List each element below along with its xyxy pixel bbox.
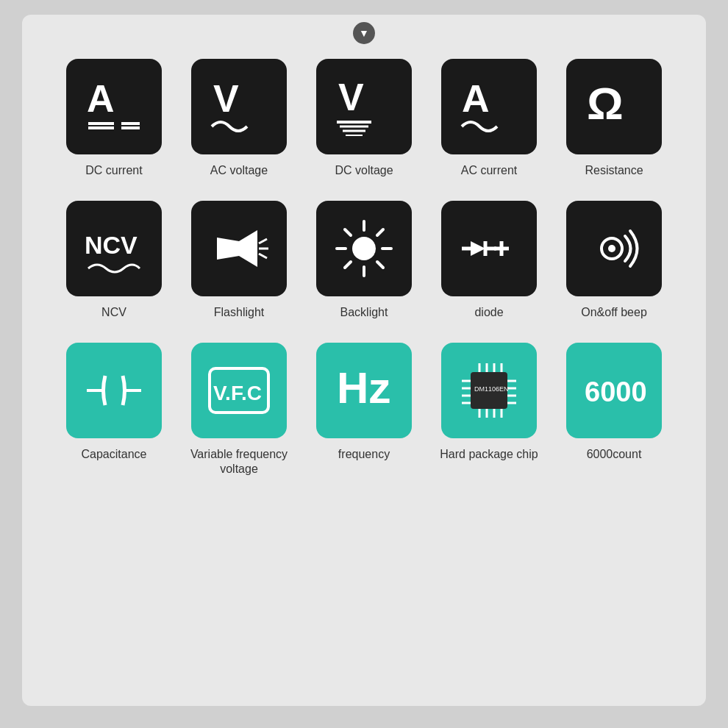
flashlight-label: Flashlight (214, 305, 264, 321)
list-item: Capacitance (59, 343, 169, 478)
vfc-icon-box: V.F.C (191, 343, 287, 438)
svg-text:A: A (87, 77, 115, 120)
count-label: 6000count (587, 447, 642, 463)
capacitance-icon-box (66, 343, 162, 438)
backlight-icon-box (316, 201, 412, 296)
list-item: V AC voltage (184, 59, 294, 179)
resistance-icon: Ω (581, 74, 647, 140)
beep-label: On&off beep (581, 305, 647, 321)
ac-voltage-icon: V (206, 74, 272, 140)
svg-point-19 (352, 237, 376, 260)
dc-current-label: DC current (85, 163, 142, 179)
svg-marker-14 (217, 238, 239, 260)
ac-current-label: AC current (461, 163, 517, 179)
list-item: Ω Resistance (559, 59, 669, 179)
down-arrow-icon: ▼ (353, 22, 375, 44)
list-item: V.F.C Variable frequency voltage (184, 343, 294, 478)
list-item: Hz frequency (309, 343, 419, 478)
frequency-label: frequency (338, 447, 390, 463)
svg-marker-28 (471, 241, 485, 256)
ncv-label: NCV (101, 305, 126, 321)
svg-line-17 (259, 239, 267, 243)
svg-line-27 (345, 262, 351, 268)
dc-current-icon-box: A (66, 59, 162, 154)
features-grid: A DC current V AC voltage (59, 59, 669, 477)
count-icon-box: 6000 (566, 343, 662, 438)
list-item: On&off beep (559, 201, 669, 321)
svg-text:6000: 6000 (585, 377, 647, 407)
svg-text:NCV: NCV (85, 231, 138, 259)
diode-label: diode (474, 305, 503, 321)
list-item: 6000 6000count (559, 343, 669, 478)
chip-label: Hard package chip (440, 447, 538, 463)
resistance-label: Resistance (585, 163, 643, 179)
svg-line-25 (377, 262, 383, 268)
dc-voltage-icon: V (331, 74, 397, 140)
capacitance-icon (81, 357, 147, 424)
ac-voltage-label: AC voltage (210, 163, 268, 179)
frequency-icon: Hz (331, 357, 397, 424)
capacitance-label: Capacitance (82, 447, 147, 463)
frequency-icon-box: Hz (316, 343, 412, 438)
svg-text:V.F.C: V.F.C (213, 382, 262, 404)
count-icon: 6000 (581, 357, 647, 424)
list-item: V DC voltage (309, 59, 419, 179)
svg-line-24 (345, 229, 351, 235)
resistance-icon-box: Ω (566, 59, 662, 154)
svg-point-35 (608, 245, 615, 252)
chip-icon-box: DM1106EN (441, 343, 537, 438)
flashlight-icon (206, 215, 272, 282)
ac-voltage-icon-box: V (191, 59, 287, 154)
svg-text:Hz: Hz (337, 363, 390, 413)
beep-icon (581, 215, 647, 282)
svg-line-26 (377, 229, 383, 235)
ncv-icon-box: NCV (66, 201, 162, 296)
ncv-icon: NCV (81, 215, 147, 282)
vfc-icon: V.F.C (206, 357, 272, 424)
svg-text:A: A (462, 77, 490, 120)
list-item: Flashlight (184, 201, 294, 321)
list-item: NCV NCV (59, 201, 169, 321)
flashlight-icon-box (191, 201, 287, 296)
ac-current-icon-box: A (441, 59, 537, 154)
vfc-label: Variable frequency voltage (184, 447, 294, 478)
dc-voltage-icon-box: V (316, 59, 412, 154)
svg-text:DM1106EN: DM1106EN (474, 385, 509, 393)
list-item: diode (434, 201, 544, 321)
backlight-label: Backlight (340, 305, 388, 321)
svg-text:V: V (213, 77, 239, 120)
list-item: A DC current (59, 59, 169, 179)
svg-text:V: V (338, 76, 364, 118)
diode-icon (456, 215, 522, 282)
main-card: ▼ A DC current V A (22, 15, 706, 706)
dc-current-icon: A (81, 74, 147, 140)
list-item: DM1106EN Hard package chip (434, 343, 544, 478)
list-item: A AC current (434, 59, 544, 179)
dc-voltage-label: DC voltage (335, 163, 393, 179)
svg-text:Ω: Ω (587, 78, 624, 129)
list-item: Backlight (309, 201, 419, 321)
ac-current-icon: A (456, 74, 522, 140)
svg-marker-15 (239, 230, 257, 267)
diode-icon-box (441, 201, 537, 296)
backlight-icon (331, 215, 397, 282)
svg-line-18 (259, 254, 267, 258)
beep-icon-box (566, 201, 662, 296)
chip-icon: DM1106EN (456, 357, 522, 424)
